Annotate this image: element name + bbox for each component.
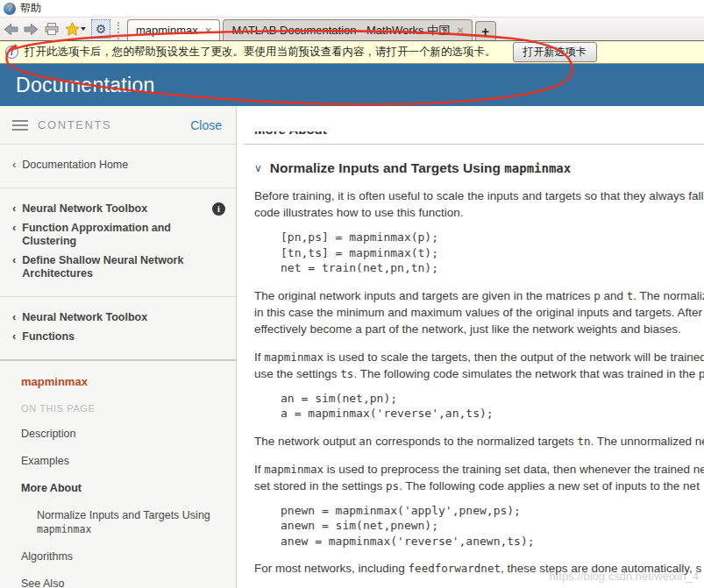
nav-item-label: Define Shallow Neural Network Architectu…	[22, 254, 197, 280]
toolbar-grip[interactable]	[117, 22, 119, 39]
forward-arrow-icon	[24, 23, 39, 36]
section-heading[interactable]: ∨ Normalize Inputs and Targets Using map…	[254, 160, 704, 176]
clipped-heading: More About	[254, 131, 704, 139]
chevron-left-icon: ‹	[12, 254, 16, 266]
help-icon: ?	[4, 3, 16, 15]
text-run: is used to preprocess the training set d…	[324, 463, 704, 476]
text-run: and	[601, 289, 627, 302]
page-link[interactable]: See Also	[21, 577, 227, 588]
current-page-link[interactable]: mapminmax	[21, 375, 227, 388]
text-run: . The normalized	[633, 289, 704, 302]
on-this-page-label: ON THIS PAGE	[21, 403, 227, 414]
text-run: effectively become a part of the network…	[254, 322, 681, 336]
text-run: code illustrates how to use this functio…	[254, 206, 464, 219]
page-link-label: Algorithms	[21, 550, 73, 563]
paragraph-line: If mapminmax is used to preprocess the t…	[254, 461, 704, 478]
chevron-left-icon: ‹	[12, 330, 16, 343]
inline-code: p	[594, 289, 601, 302]
chevron-left-icon: ‹	[12, 159, 16, 171]
page-nav: mapminmax ON THIS PAGE DescriptionExampl…	[0, 361, 236, 588]
print-button[interactable]	[44, 22, 60, 36]
tab-strip: mapminmax×MATLAB Documentation - MathWor…	[127, 18, 496, 40]
text-run: use the settings	[254, 367, 340, 380]
page-link-label: Description	[21, 428, 76, 440]
nav-item-label: Documentation Home	[22, 159, 128, 172]
paragraph-line: If mapminmax is used to scale the target…	[254, 349, 704, 365]
section-heading-text: Normalize Inputs and Targets Using mapmi…	[270, 160, 571, 176]
nav-item[interactable]: ‹Neural Network Toolbox	[12, 311, 227, 324]
nav-item[interactable]: ‹Neural Network Toolboxi	[12, 202, 227, 216]
text-run: The original network inputs and targets …	[254, 289, 594, 302]
favorites-button[interactable]	[65, 22, 86, 36]
close-tab-icon[interactable]: ×	[457, 24, 464, 37]
inline-code: tn	[578, 435, 591, 448]
tab[interactable]: mapminmax×	[127, 19, 220, 40]
nav-item[interactable]: ‹Define Shallow Neural Network Architect…	[12, 254, 227, 280]
settings-button[interactable]: ⚙	[91, 19, 110, 39]
nav-item[interactable]: ‹Function Approximation and Clustering	[12, 222, 227, 248]
code-line: [tn,ts] = mapminmax(t);	[281, 245, 704, 261]
paragraph-line: use the settings ts. The following code …	[254, 365, 704, 382]
info-icon: i	[5, 46, 18, 59]
code-line: anewn = sim(net,pnewn);	[281, 518, 704, 534]
page-link[interactable]: Description	[21, 427, 227, 441]
page-link-label: Examples	[21, 455, 69, 467]
close-tab-icon[interactable]: ×	[205, 24, 212, 37]
paragraph-line: The original network inputs and targets …	[254, 287, 704, 304]
toolbar-nav-icons: ⚙	[0, 18, 127, 40]
page-title: Documentation	[16, 74, 155, 97]
open-new-tab-button[interactable]: 打开新选项卡	[513, 42, 597, 62]
inline-code: ps	[386, 479, 399, 492]
printer-icon	[44, 22, 60, 36]
text-run: corresponds to the normalized targets	[372, 435, 577, 448]
page-link-label: See Also	[21, 577, 64, 588]
paragraph: If mapminmax is used to scale the target…	[254, 349, 704, 382]
favorites-caret-icon	[81, 27, 86, 31]
inline-code: an	[359, 435, 372, 448]
page-link-label: More About	[21, 482, 82, 494]
code-line: pnewn = mapminmax('apply',pnew,ps);	[281, 503, 704, 519]
help-browser-window: ? 帮助 ⚙ mapminmax×MATLAB Docu	[0, 0, 704, 588]
inline-code: mapminmax	[504, 161, 571, 175]
paragraph: Before training, it is often useful to s…	[254, 188, 704, 221]
content: More About ∨ Normalize Inputs and Target…	[237, 106, 704, 588]
forward-button[interactable]	[24, 23, 39, 36]
doc-header: Documentation	[0, 64, 704, 106]
notification-text: 打开此选项卡后，您的帮助预设发生了更改。要使用当前预设查看内容，请打开一个新的选…	[25, 45, 496, 60]
paragraph: If mapminmax is used to preprocess the t…	[254, 461, 704, 494]
page-link[interactable]: Examples	[21, 454, 227, 468]
chevron-down-icon[interactable]: ∨	[254, 162, 262, 174]
menu-icon[interactable]	[12, 120, 28, 131]
close-button[interactable]: Close	[190, 118, 222, 132]
inline-code: feedforwardnet	[409, 562, 501, 575]
info-badge-icon[interactable]: i	[212, 202, 225, 216]
window-titlebar: ? 帮助	[0, 0, 704, 17]
nav-group: ‹Documentation Home	[0, 145, 236, 188]
page-link[interactable]: Normalize Inputs and Targets Using mapmi…	[21, 508, 221, 536]
new-tab-button[interactable]: +	[475, 21, 496, 40]
contents-label: CONTENTS	[38, 118, 111, 131]
page-links: DescriptionExamplesMore AboutNormalize I…	[21, 427, 227, 588]
back-arrow-icon	[4, 23, 18, 36]
window-title: 帮助	[20, 1, 41, 16]
tab[interactable]: MATLAB Documentation - MathWorks 中国×	[223, 19, 472, 40]
page-link-label: Normalize Inputs and Targets Using	[37, 509, 210, 521]
page-link[interactable]: More About	[21, 481, 227, 495]
back-button[interactable]	[4, 23, 18, 36]
toolbar: ⚙ mapminmax×MATLAB Documentation - MathW…	[0, 17, 704, 41]
text-run: The network output	[254, 435, 359, 448]
chevron-left-icon: ‹	[12, 202, 16, 215]
text-run: set stored in the settings	[254, 479, 386, 492]
text-run: is used to scale the targets, then the o…	[324, 351, 704, 364]
gear-icon: ⚙	[96, 22, 107, 36]
paragraph-line: code illustrates how to use this functio…	[254, 204, 704, 221]
code-block: pnewn = mapminmax('apply',pnew,ps);anewn…	[281, 503, 704, 549]
code-line: [pn,ps] = mapminmax(p);	[281, 230, 704, 245]
nav-item-label: Neural Network Toolbox	[22, 311, 147, 324]
nav-item[interactable]: ‹Documentation Home	[12, 159, 227, 172]
page-link[interactable]: Algorithms	[21, 549, 227, 563]
content-blocks: Before training, it is often useful to s…	[254, 188, 704, 577]
nav-item[interactable]: ‹Functions	[12, 330, 227, 344]
paragraph: For most networks, including feedforward…	[254, 560, 704, 577]
star-icon	[65, 22, 80, 36]
